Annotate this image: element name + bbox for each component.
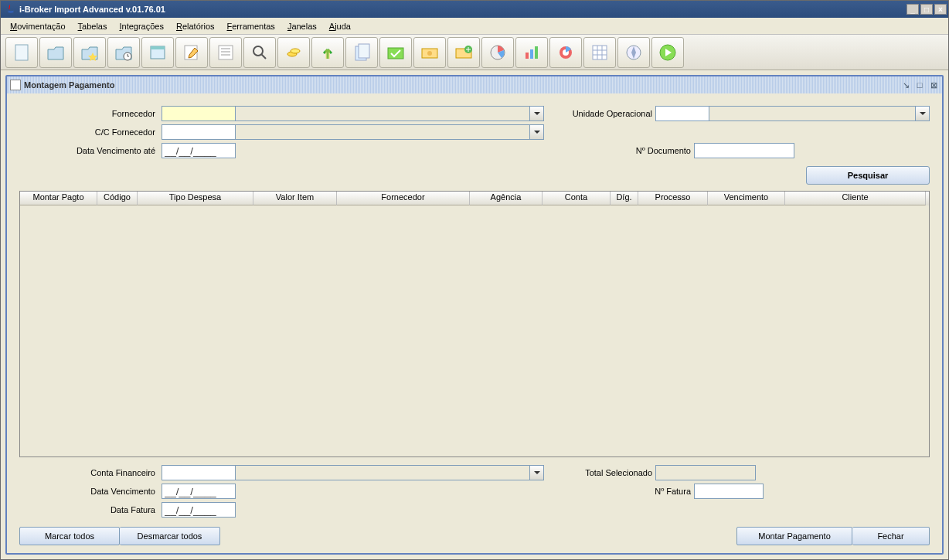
column-montar-pagto[interactable]: Montar Pagto	[20, 192, 97, 205]
marcar-todos-button[interactable]: Marcar todos	[19, 527, 120, 545]
papers-icon[interactable]	[345, 37, 378, 68]
svg-rect-22	[526, 53, 529, 59]
toolbar	[1, 35, 948, 70]
n-fatura-input[interactable]	[694, 484, 764, 499]
window-title: i-Broker Import Advanced v.01.76.01	[19, 5, 905, 14]
unidade-desc	[709, 106, 916, 121]
money-plus-icon[interactable]	[447, 37, 480, 68]
form-area: Fornecedor Unidade Operacional	[7, 93, 942, 553]
menu-movimentação[interactable]: Movimentação	[5, 20, 70, 32]
java-icon	[5, 4, 16, 15]
inner-frame: Montagem Pagamento ↘ □ ⊠ Fornecedor	[5, 75, 944, 555]
pesquisar-button[interactable]: Pesquisar	[806, 166, 930, 185]
fornecedor-dropdown[interactable]	[530, 106, 544, 121]
close-frame-icon[interactable]: ⊠	[928, 80, 939, 90]
grid-icon[interactable]	[583, 37, 616, 68]
column-tipo-despesa[interactable]: Tipo Despesa	[138, 192, 253, 205]
fornecedor-desc	[236, 106, 530, 121]
iconify-icon[interactable]: ↘	[900, 80, 911, 90]
maximize-button[interactable]: □	[920, 4, 933, 15]
menu-relatórios[interactable]: Relatórios	[172, 20, 219, 32]
maximize-icon[interactable]: □	[914, 80, 925, 90]
documento-input[interactable]	[694, 143, 794, 158]
menu-ajuda[interactable]: Ajuda	[325, 20, 355, 32]
svg-point-13	[291, 49, 300, 53]
coins-icon[interactable]	[277, 37, 310, 68]
montar-pagamento-button[interactable]: Montar Pagamento	[736, 527, 852, 545]
data-venc-ate-label: Data Vencimento até	[19, 146, 158, 155]
column-fornecedor[interactable]: Fornecedor	[337, 192, 470, 205]
data-venc-ate-input[interactable]	[162, 143, 236, 158]
column-conta[interactable]: Conta	[543, 192, 611, 205]
svg-line-11	[261, 54, 266, 59]
column-cliente[interactable]: Cliente	[785, 192, 926, 205]
conta-fin-code-input[interactable]	[162, 465, 236, 480]
column-c-digo[interactable]: Código	[97, 192, 138, 205]
chart-bar-icon[interactable]	[515, 37, 548, 68]
conta-fin-dropdown[interactable]	[530, 465, 544, 480]
arrow-up-icon[interactable]	[311, 37, 344, 68]
results-table: Montar PagtoCódigoTipo DespesaValor Item…	[19, 191, 930, 457]
menu-integrações[interactable]: Integrações	[114, 20, 168, 32]
main-window: i-Broker Import Advanced v.01.76.01 _ □ …	[0, 0, 949, 560]
menu-ferramentas[interactable]: Ferramentas	[223, 20, 280, 32]
data-fatura-input[interactable]	[162, 502, 236, 518]
data-venc-input[interactable]	[162, 484, 236, 499]
column-vencimento[interactable]: Vencimento	[708, 192, 785, 205]
column-processo[interactable]: Processo	[638, 192, 708, 205]
svg-rect-6	[219, 46, 233, 59]
cc-fornecedor-desc	[236, 124, 530, 140]
column-ag-ncia[interactable]: Agência	[470, 192, 543, 205]
edit-icon[interactable]	[175, 37, 208, 68]
play-icon[interactable]	[651, 37, 684, 68]
svg-rect-23	[530, 49, 533, 59]
list-icon[interactable]	[209, 37, 242, 68]
folder-icon[interactable]	[39, 37, 72, 68]
folder-clock-icon[interactable]	[107, 37, 140, 68]
chart-pie-icon[interactable]	[481, 37, 514, 68]
unidade-dropdown[interactable]	[916, 106, 930, 121]
cc-fornecedor-code-input[interactable]	[162, 124, 236, 140]
fornecedor-label: Fornecedor	[19, 109, 158, 118]
svg-rect-15	[359, 44, 369, 58]
unidade-code-input[interactable]	[655, 106, 709, 121]
unidade-label: Unidade Operacional	[547, 109, 655, 118]
table-body[interactable]	[20, 205, 929, 456]
column-valor-item[interactable]: Valor Item	[253, 192, 337, 205]
document-icon[interactable]	[5, 37, 38, 68]
menubar: MovimentaçãoTabelasIntegraçõesRelatórios…	[1, 18, 948, 35]
data-fatura-label: Data Fatura	[19, 505, 158, 514]
search-icon[interactable]	[243, 37, 276, 68]
menu-tabelas[interactable]: Tabelas	[73, 20, 112, 32]
cc-fornecedor-label: C/C Fornecedor	[19, 127, 158, 137]
documento-label: Nº Documento	[586, 146, 694, 155]
frame-title: Montagem Pagamento	[24, 80, 900, 90]
svg-rect-0	[15, 45, 28, 60]
total-sel-value	[655, 465, 756, 480]
compass-icon[interactable]	[617, 37, 650, 68]
fornecedor-code-input[interactable]	[162, 106, 236, 121]
total-sel-label: Total Selecionado	[547, 468, 655, 477]
window-icon[interactable]	[141, 37, 174, 68]
n-fatura-label: Nº Fatura	[586, 487, 694, 496]
check-icon[interactable]	[379, 37, 412, 68]
content-area: Montagem Pagamento ↘ □ ⊠ Fornecedor	[1, 70, 948, 559]
folder-star-icon[interactable]	[73, 37, 106, 68]
fechar-button[interactable]: Fechar	[852, 527, 930, 545]
inner-titlebar: Montagem Pagamento ↘ □ ⊠	[7, 76, 942, 93]
titlebar: i-Broker Import Advanced v.01.76.01 _ □ …	[1, 1, 948, 18]
cc-fornecedor-dropdown[interactable]	[530, 124, 544, 140]
svg-rect-27	[593, 46, 607, 59]
frame-icon	[10, 80, 21, 90]
menu-janelas[interactable]: Janelas	[283, 20, 321, 32]
conta-fin-desc	[236, 465, 530, 480]
svg-rect-16	[388, 48, 403, 59]
column-d-g-[interactable]: Díg.	[611, 192, 638, 205]
conta-fin-label: Conta Financeiro	[19, 468, 158, 477]
svg-rect-24	[535, 46, 538, 59]
desmarcar-todos-button[interactable]: Desmarcar todos	[120, 527, 220, 545]
money-icon[interactable]	[413, 37, 446, 68]
minimize-button[interactable]: _	[906, 4, 919, 15]
chart-donut-icon[interactable]	[549, 37, 582, 68]
close-button[interactable]: ×	[934, 4, 947, 15]
